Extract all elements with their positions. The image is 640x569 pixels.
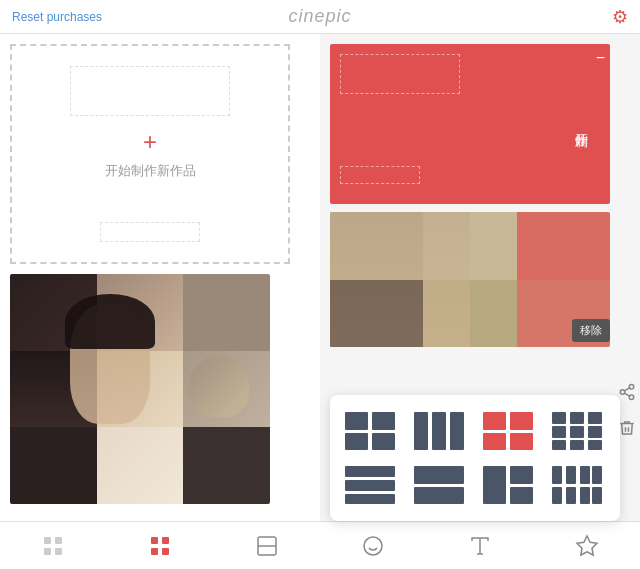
layout-grid — [342, 409, 608, 507]
svg-rect-45 — [151, 537, 158, 544]
svg-rect-23 — [570, 440, 584, 450]
layout-item-7[interactable] — [480, 463, 536, 507]
grid-cell-6 — [183, 351, 270, 428]
svg-rect-29 — [414, 487, 464, 504]
side-icons — [618, 383, 640, 441]
svg-rect-33 — [552, 466, 562, 484]
grid-cell-3 — [183, 274, 270, 351]
svg-rect-47 — [151, 548, 158, 555]
delete-icon[interactable] — [618, 419, 636, 441]
svg-rect-30 — [483, 466, 506, 504]
svg-rect-37 — [552, 487, 562, 504]
svg-rect-5 — [345, 412, 368, 430]
svg-point-2 — [629, 395, 634, 400]
svg-rect-35 — [580, 466, 590, 484]
toolbar-texture-button[interactable] — [41, 534, 65, 558]
grid-cell-9 — [183, 427, 270, 504]
toolbar-text-button[interactable] — [468, 534, 492, 558]
svg-rect-15 — [510, 433, 533, 450]
svg-rect-36 — [592, 466, 602, 484]
svg-rect-13 — [510, 412, 533, 430]
toolbar-grid-button[interactable] — [148, 534, 172, 558]
top-right-red-card[interactable]: − 开始制作 — [330, 44, 610, 204]
svg-rect-31 — [510, 466, 533, 484]
svg-rect-42 — [55, 537, 62, 544]
svg-point-51 — [364, 537, 382, 555]
svg-rect-6 — [372, 412, 395, 430]
pr-cell-5 — [423, 280, 516, 348]
svg-point-1 — [620, 390, 625, 395]
svg-rect-8 — [372, 433, 395, 450]
svg-rect-28 — [414, 466, 464, 484]
svg-rect-27 — [345, 494, 395, 504]
grid-cell-7 — [10, 427, 97, 504]
svg-rect-44 — [55, 548, 62, 555]
grid-cell-4 — [10, 351, 97, 428]
svg-rect-39 — [580, 487, 590, 504]
new-project-label: 开始制作新作品 — [105, 162, 196, 180]
bottom-toolbar — [0, 521, 640, 569]
layout-picker-panel — [330, 395, 620, 521]
svg-rect-32 — [510, 487, 533, 504]
svg-rect-40 — [592, 487, 602, 504]
svg-rect-38 — [566, 487, 576, 504]
new-project-dashed-bottom — [100, 222, 200, 242]
svg-rect-25 — [345, 466, 395, 477]
toolbar-favorite-button[interactable] — [575, 534, 599, 558]
pr-cell-4 — [330, 280, 423, 348]
layout-item-8[interactable] — [549, 463, 605, 507]
svg-rect-7 — [345, 433, 368, 450]
svg-rect-14 — [483, 433, 506, 450]
photo-grid — [10, 274, 270, 504]
top-right-dashed-top — [340, 54, 460, 94]
pr-cell-1 — [330, 212, 423, 280]
svg-line-3 — [624, 393, 629, 396]
top-right-dashed-bottom — [340, 166, 420, 184]
portrait-right-card[interactable]: 移除 — [330, 212, 610, 347]
svg-rect-20 — [570, 426, 584, 438]
left-panel: + 开始制作新作品 — [0, 34, 320, 521]
svg-rect-12 — [483, 412, 506, 430]
remove-top-icon[interactable]: − — [596, 49, 605, 67]
layout-item-3[interactable] — [480, 409, 536, 453]
photo-grid-card[interactable] — [10, 274, 270, 504]
svg-rect-26 — [345, 480, 395, 491]
add-project-icon: + — [143, 128, 157, 156]
reset-purchases-button[interactable]: Reset purchases — [12, 10, 102, 24]
app-logo: cinepic — [288, 6, 351, 27]
grid-cell-5 — [97, 351, 184, 428]
svg-line-4 — [624, 388, 629, 391]
header: Reset purchases cinepic ⚙ — [0, 0, 640, 34]
toolbar-sticker-button[interactable] — [361, 534, 385, 558]
settings-icon[interactable]: ⚙ — [612, 6, 628, 28]
toolbar-layout-button[interactable] — [255, 534, 279, 558]
svg-rect-17 — [570, 412, 584, 424]
pr-cell-3 — [517, 212, 610, 280]
grid-cell-1 — [10, 274, 97, 351]
svg-rect-21 — [588, 426, 602, 438]
svg-rect-18 — [588, 412, 602, 424]
svg-rect-41 — [44, 537, 51, 544]
svg-point-0 — [629, 385, 634, 390]
layout-item-6[interactable] — [411, 463, 467, 507]
svg-rect-10 — [432, 412, 446, 450]
svg-rect-11 — [450, 412, 464, 450]
layout-item-5[interactable] — [342, 463, 398, 507]
layout-item-1[interactable] — [342, 409, 398, 453]
share-icon[interactable] — [618, 383, 636, 405]
svg-rect-22 — [552, 440, 566, 450]
layout-item-4[interactable] — [549, 409, 605, 453]
svg-rect-43 — [44, 548, 51, 555]
svg-marker-56 — [577, 536, 597, 555]
remove-button[interactable]: 移除 — [572, 319, 610, 342]
svg-rect-19 — [552, 426, 566, 438]
grid-cell-8 — [97, 427, 184, 504]
portrait-right-grid — [330, 212, 610, 347]
new-project-dashed-top — [70, 66, 230, 116]
svg-rect-34 — [566, 466, 576, 484]
layout-item-2[interactable] — [411, 409, 467, 453]
svg-rect-24 — [588, 440, 602, 450]
pr-cell-2 — [423, 212, 516, 280]
new-project-card[interactable]: + 开始制作新作品 — [10, 44, 290, 264]
svg-rect-9 — [414, 412, 428, 450]
